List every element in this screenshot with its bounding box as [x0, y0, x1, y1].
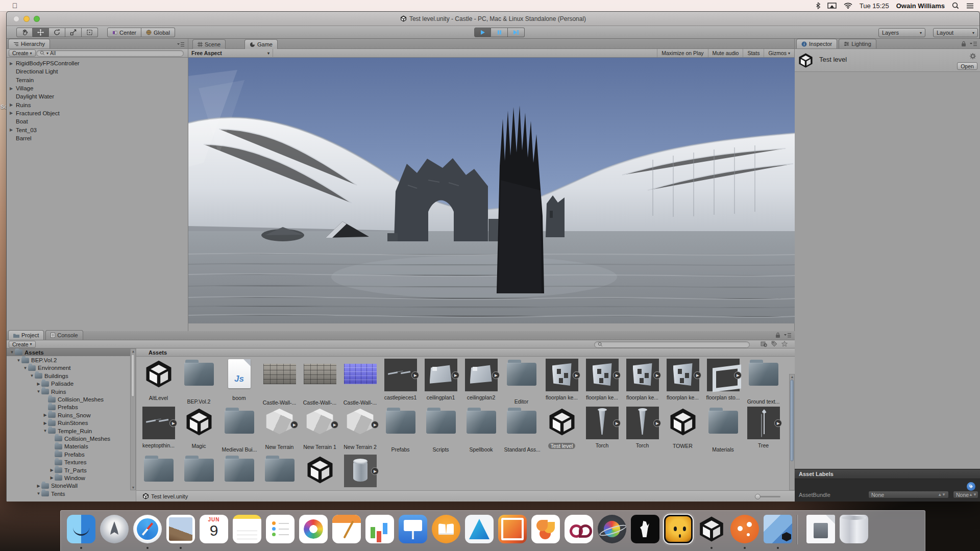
stats-button[interactable]: Stats — [743, 49, 764, 57]
disclosure-triangle[interactable]: ▼ — [16, 358, 21, 363]
asset-item[interactable]: Prefabs — [380, 406, 421, 450]
asset-item[interactable]: Torch — [582, 406, 622, 450]
project-tree-item[interactable]: ▼ Environment — [7, 364, 136, 372]
disclosure-triangle[interactable]: ▼ — [29, 373, 35, 378]
asset-item[interactable]: floorplan ke... — [542, 358, 582, 403]
asset-item[interactable]: UFPS — [179, 454, 219, 489]
dock-app[interactable] — [806, 515, 835, 543]
asset-item[interactable]: Editor — [501, 358, 542, 403]
asset-item[interactable]: New Terrain 2 — [340, 406, 380, 450]
scroll-up-arrow[interactable]: ▲ — [790, 375, 794, 379]
layers-dropdown[interactable]: Layers▾ — [878, 28, 925, 37]
play-button[interactable] — [474, 28, 491, 37]
lock-icon[interactable] — [961, 41, 966, 47]
dock-app[interactable] — [299, 515, 328, 543]
asset-item[interactable]: New Terrain 1 — [300, 406, 340, 450]
asset-item[interactable]: Tree_Textur... — [138, 454, 179, 489]
asset-item[interactable]: floorplan sto... — [703, 358, 743, 403]
menu-item[interactable] — [67, 0, 79, 11]
dock-app[interactable] — [67, 515, 95, 543]
hierarchy-search-input[interactable]: ▾ All — [36, 50, 184, 57]
dock-app[interactable] — [233, 515, 261, 543]
expand-badge[interactable] — [613, 371, 621, 379]
asset-item[interactable]: ceilingplan1 — [421, 358, 461, 403]
asset-item[interactable]: AltLevel — [138, 358, 179, 403]
project-tree-item[interactable]: ▶ StoneWall — [7, 482, 136, 490]
project-tree-item[interactable]: ▼ Ruins — [7, 388, 136, 395]
tab-inspector[interactable]: i Inspector — [796, 39, 837, 48]
asset-item[interactable]: floorplan ke... — [622, 358, 663, 403]
expand-badge[interactable] — [492, 371, 500, 379]
tab-console[interactable]: Console — [45, 330, 83, 340]
expand-badge[interactable] — [371, 421, 379, 429]
menu-item[interactable] — [56, 0, 67, 11]
slider-knob[interactable] — [755, 494, 761, 499]
expand-badge[interactable] — [452, 371, 459, 379]
tab-hierarchy[interactable]: Hierarchy — [8, 39, 50, 48]
disclosure-triangle[interactable]: ▼ — [42, 429, 48, 433]
asset-item[interactable]: BEP.Vol.2 — [179, 358, 219, 403]
disclosure-triangle[interactable]: ▼ — [36, 389, 41, 394]
disclosure-triangle[interactable]: ▶ — [36, 484, 41, 488]
expand-badge[interactable] — [653, 419, 661, 427]
hierarchy-item[interactable]: ▶ Terrain — [7, 76, 188, 84]
hierarchy-item[interactable]: ▶ Fractured Object — [7, 109, 188, 117]
tab-game[interactable]: Game — [244, 39, 278, 49]
global-space-button[interactable]: Global — [141, 28, 175, 37]
dock-app[interactable] — [365, 515, 394, 543]
tab-project[interactable]: Project — [8, 330, 44, 340]
hierarchy-item[interactable]: ▶ Ruins — [7, 101, 188, 109]
hierarchy-create-button[interactable]: Create▾ — [9, 49, 36, 57]
hierarchy-item[interactable]: ▶ Daylight Water — [7, 92, 188, 101]
package-search-icon[interactable] — [761, 341, 767, 347]
gear-icon[interactable] — [969, 53, 976, 60]
project-tree-item[interactable]: ▼ Buildings — [7, 372, 136, 380]
asset-item[interactable]: floorplan ke... — [582, 358, 622, 403]
asset-item[interactable]: TOWER — [663, 406, 703, 450]
menu-item[interactable] — [45, 0, 56, 11]
disclosure-triangle[interactable]: ▶ — [10, 128, 16, 132]
disclosure-triangle[interactable]: ▼ — [9, 350, 15, 355]
asset-item[interactable]: ceilingplan2 — [461, 358, 501, 403]
scale-tool-button[interactable] — [65, 28, 82, 37]
pause-button[interactable] — [491, 28, 508, 37]
disclosure-triangle[interactable]: ▼ — [36, 491, 41, 496]
menu-item[interactable] — [22, 0, 34, 11]
asset-item[interactable]: Torch — [622, 406, 663, 450]
hierarchy-item[interactable]: ▶ Village — [7, 84, 188, 92]
dock-app[interactable] — [498, 515, 527, 543]
rotate-tool-button[interactable] — [49, 28, 65, 37]
asset-item[interactable]: Ultimate Gam... — [219, 454, 259, 489]
bluetooth-icon[interactable] — [816, 2, 820, 9]
maximize-on-play-button[interactable]: Maximize on Play — [657, 49, 707, 57]
disclosure-triangle[interactable]: ▶ — [10, 86, 16, 91]
expand-badge[interactable] — [613, 419, 621, 427]
spotlight-icon[interactable] — [952, 2, 959, 9]
menu-item[interactable] — [124, 0, 135, 11]
project-tree-item[interactable]: Collision_Meshes — [7, 435, 136, 442]
lock-icon[interactable] — [775, 332, 780, 338]
scroll-down-arrow[interactable]: ▼ — [131, 486, 135, 489]
dock-app[interactable] — [465, 515, 494, 543]
asset-item[interactable]: Tree — [743, 406, 783, 450]
grid-scrollbar[interactable]: ▲ — [789, 374, 795, 490]
gizmos-dropdown[interactable]: Gizmos▾ — [764, 49, 794, 57]
project-tree-item[interactable]: Prefabs — [7, 404, 136, 411]
expand-badge[interactable] — [774, 419, 782, 427]
breadcrumb[interactable]: Test level.unity — [136, 490, 795, 502]
asset-item[interactable]: weapons — [300, 454, 340, 489]
project-tree-item[interactable]: Collision_Meshes — [7, 395, 136, 403]
hierarchy-item[interactable]: ▶ Tent_03 — [7, 126, 188, 134]
menu-item[interactable] — [112, 0, 124, 11]
layout-dropdown[interactable]: Layout▾ — [933, 28, 978, 37]
hierarchy-item[interactable]: ▶ Boat — [7, 117, 188, 126]
step-button[interactable] — [508, 28, 525, 37]
thumbnail-zoom-slider[interactable] — [756, 496, 780, 497]
panel-menu-icon[interactable] — [969, 41, 977, 46]
asset-labels-header[interactable]: Asset Labels — [795, 469, 980, 479]
aspect-dropdown[interactable]: Free Aspect▾ — [188, 49, 273, 58]
asset-item[interactable]: Castle-Wall-... — [300, 358, 340, 403]
project-tree-item[interactable]: ▶ Palisade — [7, 380, 136, 388]
expand-badge[interactable] — [694, 371, 701, 379]
disclosure-triangle[interactable]: ▶ — [10, 61, 16, 66]
